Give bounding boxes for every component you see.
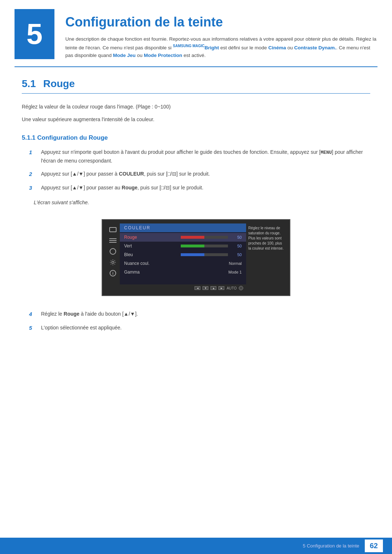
monitor-tooltip: Réglez le niveau de saturation du rouge.… [246, 223, 286, 292]
svg-point-0 [112, 261, 114, 263]
step-4: 4 Réglez le Rouge à l'aide du bouton [▲/… [29, 310, 370, 319]
section-51-header: 5.1 Rouge [22, 78, 370, 94]
bleu-bar-fill [181, 253, 204, 256]
samsung-magic-label: SAMSUNG MAGIC [173, 44, 204, 48]
monitor-menu: COULEUR Rouge 50 Vert [120, 223, 246, 292]
steps-4-5-list: 4 Réglez le Rouge à l'aide du bouton [▲/… [29, 310, 370, 332]
monitor-icon [109, 226, 117, 233]
lines-icon-container [109, 237, 117, 244]
section-51-body: Réglez la valeur de la couleur rouge dan… [22, 103, 370, 123]
chapter-title-block: Configuration de la teinte Une descripti… [65, 9, 377, 59]
rotate-icon [110, 248, 116, 255]
menu-item-rouge: Rouge 50 [120, 233, 246, 242]
menu-item-nuance: Nuance coul. Normal [120, 259, 246, 268]
step-2: 2 Appuyez sur [▲/▼] pour passer à COULEU… [29, 170, 370, 178]
rouge-bar-fill [181, 236, 204, 239]
vert-bar [181, 245, 228, 247]
section-title: Rouge [43, 78, 75, 90]
cinema-label: Cinéma [268, 45, 286, 50]
btn-up: ▲ [211, 286, 216, 290]
screen-note: L'écran suivant s'affiche. [34, 200, 370, 205]
chapter-description: Une description de chaque fonction est f… [65, 35, 377, 59]
monitor-bottom-bar: ◄ ▼ ▲ ► AUTO [120, 284, 246, 292]
info-icon-container: i [109, 270, 117, 276]
btn-left: ◄ [195, 286, 200, 290]
steps-list: 1 Appuyez sur n'importe quel bouton à l'… [29, 148, 370, 192]
main-content: 5.1 Rouge Réglez la valeur de la couleur… [0, 78, 392, 369]
rotate-icon-container [109, 248, 117, 255]
step-3: 3 Appuyez sur [▲/▼] pour passer au Rouge… [29, 184, 370, 192]
rouge-bar [181, 236, 228, 239]
step-5: 5 L'option sélectionnée est appliquée. [29, 324, 370, 332]
btn-down: ▼ [203, 286, 208, 290]
footer-page-number: 62 [365, 539, 383, 552]
menu-item-vert: Vert 50 [120, 242, 246, 250]
menu-item-gamma: Gamma Mode 1 [120, 268, 246, 276]
subsection-511-header: 5.1.1 Configuration du Rouge [22, 134, 370, 141]
chapter-number: 5 [15, 9, 54, 59]
chapter-header: 5 Configuration de la teinte Une descrip… [15, 9, 377, 67]
power-btn [239, 286, 243, 290]
bright-label: Bright [205, 45, 219, 50]
btn-right: ► [219, 286, 224, 290]
mode-jeu-label: Mode Jeu [113, 53, 135, 58]
section-number: 5.1 [22, 78, 36, 90]
gear-icon-container [109, 259, 117, 266]
bleu-bar [181, 253, 228, 256]
monitor-screenshot: i COULEUR Rouge 50 [102, 219, 290, 296]
menu-header-bar: COULEUR [120, 223, 246, 232]
info-icon: i [110, 270, 116, 276]
display-icon [109, 227, 117, 232]
section-para-1: Réglez la valeur de la couleur rouge dan… [22, 103, 370, 111]
menu-item-bleu: Bleu 50 [120, 250, 246, 259]
gear-icon [110, 259, 116, 266]
page-footer: 5 Configuration de la teinte 62 [0, 538, 392, 554]
menu-items: Rouge 50 Vert 50 [120, 232, 246, 284]
monitor-left-icons: i [106, 223, 120, 292]
chapter-title: Configuration de la teinte [65, 15, 377, 30]
auto-label: AUTO [226, 286, 237, 290]
footer-text: 5 Configuration de la teinte [303, 543, 359, 549]
mode-protection-label: Mode Protection [144, 53, 182, 58]
contraste-label: Contraste Dynam. [294, 45, 336, 50]
step-1: 1 Appuyez sur n'importe quel bouton à l'… [29, 148, 370, 165]
section-para-2: Une valeur supérieure augmentera l'inten… [22, 115, 370, 123]
vert-bar-fill [181, 245, 204, 247]
lines-icon [109, 238, 117, 243]
